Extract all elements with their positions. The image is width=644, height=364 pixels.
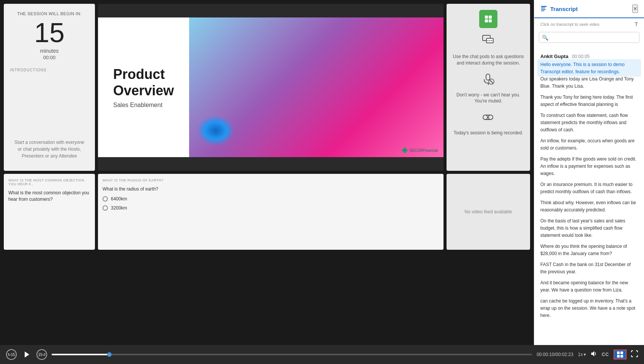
svg-rect-2 bbox=[485, 19, 488, 22]
chat-info-item: Use the chat pods to ask questions and i… bbox=[453, 34, 524, 66]
svg-rect-17 bbox=[541, 6, 546, 7]
svg-rect-1 bbox=[489, 16, 492, 19]
chat-description: Start a conversation with everyone or ch… bbox=[10, 135, 89, 163]
transcript-panel: Transcript × Click on transcript to seek… bbox=[534, 0, 644, 345]
transcript-title-group: Transcript bbox=[540, 5, 578, 12]
recording-info-item: Today's session is being recorded. bbox=[453, 110, 523, 136]
info-panel: Use the chat pods to ask questions and i… bbox=[447, 4, 530, 171]
poll-panel-1: WHAT IS THE MOST COMMON OBJECTION YOU HE… bbox=[4, 174, 95, 250]
svg-rect-20 bbox=[541, 11, 545, 11]
countdown-time: 00:00 bbox=[43, 55, 56, 60]
transcript-text-8: On the basis of last year's sales and sa… bbox=[540, 218, 625, 238]
transcript-text-11: And it became opening balance for the ne… bbox=[540, 280, 628, 293]
svg-rect-18 bbox=[541, 8, 545, 8]
transcript-close-button[interactable]: × bbox=[632, 5, 638, 13]
speed-chevron-icon: ▾ bbox=[584, 352, 586, 357]
volume-button[interactable] bbox=[590, 350, 597, 359]
transcript-entry-5[interactable]: Pay the adepts if the goods were sold on… bbox=[540, 155, 638, 177]
svg-rect-26 bbox=[620, 355, 623, 358]
chat-info-text: Use the chat pods to ask questions and i… bbox=[453, 54, 524, 66]
no-video-text: No video feed available bbox=[465, 209, 512, 214]
fullscreen-button[interactable] bbox=[631, 350, 638, 359]
cc-button[interactable]: CC bbox=[602, 352, 609, 357]
transcript-entry-8[interactable]: On the basis of last year's sales and sa… bbox=[540, 217, 638, 239]
transcript-header: Transcript × bbox=[534, 0, 644, 18]
playback-bar: ↻15 15↺ 00:00:10/00:02:23 1x ▾ CC bbox=[0, 345, 644, 364]
svg-rect-25 bbox=[617, 355, 620, 358]
transcript-content[interactable]: Ankit Gupta 00:00:05 Hello everyone. Thi… bbox=[534, 46, 644, 345]
transcript-entry-9[interactable]: Where do you think the opening balance o… bbox=[540, 243, 638, 257]
slide-logo: SECURFinancial bbox=[402, 147, 438, 153]
mute-info-text: Don't worry - we can't hear you. You're … bbox=[453, 92, 524, 105]
transcript-title: Transcript bbox=[550, 6, 578, 12]
fullscreen-icon bbox=[631, 350, 638, 357]
slide-footer-bar bbox=[98, 157, 444, 171]
transcript-search-container: 🔍 bbox=[539, 32, 639, 43]
transcript-entry-6[interactable]: Or an insurance premium. It is much easi… bbox=[540, 181, 638, 195]
chat-icon bbox=[481, 34, 495, 50]
svg-marker-22 bbox=[591, 351, 594, 356]
radio-circle-1 bbox=[103, 196, 108, 202]
skip-forward-button[interactable]: 15↺ bbox=[36, 349, 47, 360]
mute-icon bbox=[481, 72, 495, 89]
transcript-hint: Click on transcript to seek video bbox=[540, 22, 599, 27]
radio-circle-2 bbox=[103, 205, 108, 211]
presentation-panel: ProductOverview Sales Enablement SECURFi… bbox=[98, 4, 444, 171]
recording-icon bbox=[481, 110, 495, 127]
transcript-text-7: Think about why. However, even inflows c… bbox=[540, 200, 636, 213]
transcript-search-input[interactable] bbox=[539, 32, 639, 43]
layout-button[interactable] bbox=[614, 350, 627, 359]
video-panel: No video feed available bbox=[447, 174, 530, 250]
transcript-icon bbox=[540, 5, 547, 12]
slide-subtitle: Sales Enablement bbox=[113, 102, 174, 109]
progress-thumb bbox=[107, 352, 112, 357]
svg-rect-19 bbox=[541, 9, 546, 10]
transcript-font-icon[interactable]: T bbox=[635, 21, 638, 27]
transcript-entry-0[interactable]: Hello everyone. This is a session to dem… bbox=[537, 59, 641, 77]
search-icon: 🔍 bbox=[542, 35, 548, 41]
mute-info-item: Don't worry - we can't hear you. You're … bbox=[453, 72, 524, 105]
transcript-entry-11[interactable]: And it became opening balance for the ne… bbox=[540, 279, 638, 293]
transcript-entry-1[interactable]: Our speakers today are Lisa Orange and T… bbox=[540, 75, 638, 90]
countdown-number: 15 bbox=[34, 19, 65, 46]
grid-icon-button[interactable] bbox=[479, 10, 497, 28]
transcript-speaker: Ankit Gupta 00:00:05 bbox=[540, 54, 638, 59]
svg-rect-3 bbox=[489, 19, 492, 22]
skip-back-button[interactable]: ↻15 bbox=[6, 349, 17, 360]
transcript-entry-7[interactable]: Think about why. However, even inflows c… bbox=[540, 199, 638, 213]
play-button[interactable] bbox=[21, 349, 32, 360]
play-icon bbox=[23, 351, 30, 358]
transcript-entry-4[interactable]: An inflow, for example, occurs when good… bbox=[540, 137, 638, 151]
poll2-option-1-text: 6400km bbox=[111, 196, 127, 202]
transcript-entry-3[interactable]: To construct cash flow statement, cash f… bbox=[540, 112, 638, 133]
progress-bar-fill bbox=[52, 354, 109, 355]
transcript-entry-12[interactable]: can cache be logged up in inventory. Tha… bbox=[540, 297, 638, 319]
logo-icon bbox=[402, 147, 408, 153]
poll2-option-2-text: 3200km bbox=[111, 205, 127, 211]
transcript-text-3: To construct cash flow statement, cash f… bbox=[540, 113, 628, 132]
session-countdown-panel: THE SESSION WILL BEGIN IN: 15 minutes 00… bbox=[4, 4, 95, 171]
transcript-entry-10[interactable]: FAST Cash in the bank on 31st December o… bbox=[540, 261, 638, 275]
transcript-text-12: can cache be logged up in inventory. Tha… bbox=[540, 298, 635, 318]
svg-point-8 bbox=[491, 40, 492, 41]
intro-label: INTRODUCTIONS bbox=[10, 68, 46, 72]
svg-rect-23 bbox=[617, 351, 620, 354]
svg-rect-9 bbox=[486, 74, 490, 80]
cc-label: CC bbox=[602, 352, 609, 357]
transcript-text-1: Our speakers today are Lisa Orange and T… bbox=[540, 76, 634, 89]
grid-icon bbox=[484, 14, 493, 24]
progress-bar[interactable] bbox=[52, 354, 532, 355]
time-display: 00:00:10/00:02:23 bbox=[537, 352, 573, 357]
slide-content: ProductOverview Sales Enablement SECURFi… bbox=[98, 17, 444, 157]
svg-marker-21 bbox=[25, 351, 29, 358]
skip-forward-label: 15↺ bbox=[38, 353, 45, 357]
poll2-option-2[interactable]: 3200km bbox=[103, 205, 439, 211]
poll-panel-2: WHAT IS THE RADIUS OF EARTH? What is the… bbox=[98, 174, 444, 250]
transcript-entry-2[interactable]: Thank you Tony for being here today. The… bbox=[540, 93, 638, 108]
transcript-text-0: Hello everyone. This is a session to dem… bbox=[540, 62, 625, 74]
speed-control[interactable]: 1x ▾ bbox=[578, 352, 586, 357]
slide-title: ProductOverview bbox=[113, 66, 174, 99]
transcript-text-4: An inflow, for example, occurs when good… bbox=[540, 138, 635, 151]
poll2-option-1[interactable]: 6400km bbox=[103, 196, 439, 202]
session-will-begin-label: THE SESSION WILL BEGIN IN: bbox=[17, 11, 82, 16]
